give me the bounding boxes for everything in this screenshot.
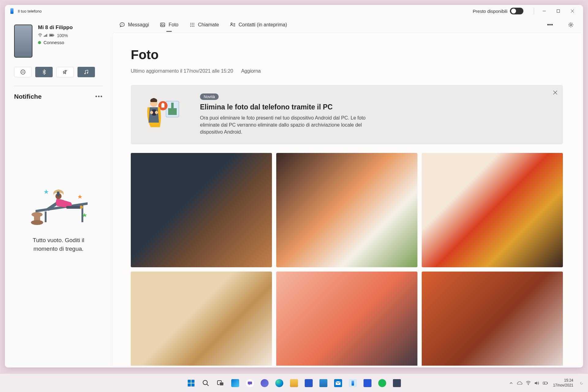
tray-focus-icon[interactable] [579,380,584,386]
contacts-icon [230,22,236,28]
svg-point-45 [193,26,194,27]
svg-point-40 [190,25,191,25]
music-button[interactable] [77,67,95,77]
photo-thumbnail[interactable] [422,272,563,366]
info-card-text: Ora puoi eliminare le foto presenti nel … [200,114,371,136]
svg-line-68 [207,384,209,386]
app-icon [10,8,13,14]
svg-point-37 [190,23,191,24]
close-button[interactable] [565,6,579,16]
tab-calls[interactable]: Chiamate [188,20,220,30]
svg-rect-6 [45,35,45,37]
svg-point-41 [192,25,193,25]
taskbar-app-spotify[interactable] [376,377,389,390]
svg-rect-66 [191,383,194,386]
tray-wifi-icon[interactable] [526,380,531,386]
svg-rect-7 [46,35,46,37]
taskbar-app-edge[interactable] [273,377,286,390]
photo-thumbnail[interactable] [276,153,417,268]
tray-onedrive-icon[interactable] [517,380,522,386]
widgets-button[interactable] [229,377,242,390]
battery-percent: 100% [57,33,68,38]
photo-thumbnail[interactable] [131,272,272,366]
tab-photos[interactable]: Foto [159,20,179,30]
divider [534,8,534,14]
svg-point-38 [192,23,193,24]
svg-point-44 [192,26,193,27]
notifications-heading: Notifiche [14,93,42,100]
svg-point-39 [193,23,194,24]
maximize-button[interactable] [551,6,565,16]
tab-calls-label: Chiamate [198,22,219,28]
taskbar-clock[interactable]: 15:24 17/nov/2021 [553,378,573,388]
taskbar: 15:24 17/nov/2021 [0,374,588,392]
svg-rect-8 [47,34,47,37]
tab-messages-label: Messaggi [128,22,149,28]
svg-point-72 [528,384,529,385]
connection-status: Connesso [38,40,103,45]
svg-rect-11 [54,35,54,36]
signal-icon [43,33,48,38]
svg-rect-27 [57,192,59,196]
tab-messages[interactable]: Messaggi [118,20,150,30]
settings-button[interactable] [565,19,577,31]
info-card: Novità Elimina le foto dal telefono tram… [131,85,563,144]
device-thumbnail[interactable] [14,25,32,58]
svg-point-4 [40,36,40,37]
svg-rect-74 [547,382,548,384]
device-section: Mi 8 di Filippo 100% Connesso [14,25,103,58]
battery-icon [49,33,55,38]
svg-marker-29 [78,195,82,199]
refresh-button[interactable]: Aggiorna [241,68,261,74]
clock-date: 17/nov/2021 [553,383,573,388]
photo-icon [160,22,165,28]
more-button[interactable]: ••• [544,19,556,31]
empty-text-line1: Tutto vuoto. Goditi il [33,237,84,243]
tray-volume-icon[interactable] [534,380,540,386]
svg-point-50 [570,24,572,26]
notifications-more-button[interactable]: ••• [95,93,103,100]
svg-rect-55 [161,104,164,108]
svg-point-32 [121,24,122,25]
chat-button[interactable] [243,377,256,390]
preview-toggle-label: Presto disponibili [473,9,507,14]
svg-point-36 [162,24,163,25]
tray-battery-icon[interactable] [543,380,548,386]
search-button[interactable] [199,377,212,390]
svg-point-46 [231,23,232,25]
photo-thumbnail[interactable] [131,153,272,268]
taskbar-app-explorer[interactable] [288,377,300,390]
start-button[interactable] [185,377,198,390]
notifications-empty-state: Tutto vuoto. Goditi il momento di tregua… [14,100,103,367]
photo-thumbnail[interactable] [422,153,563,268]
tray-chevron-icon[interactable] [508,380,514,386]
taskbar-app-asus[interactable] [361,377,374,390]
preview-toggle[interactable] [510,8,523,14]
chat-icon [119,22,125,28]
last-updated: Ultimo aggiornamento il 17/nov/2021 alle… [131,68,233,74]
minimize-button[interactable] [537,6,551,16]
status-dot-icon [38,41,41,44]
system-tray: 15:24 17/nov/2021 [508,378,588,388]
taskbar-app-yourphone[interactable] [346,377,359,390]
svg-point-59 [150,111,153,114]
taskbar-app-word[interactable] [302,377,315,390]
svg-point-42 [193,25,194,25]
connection-label: Connesso [43,40,64,45]
mute-button[interactable] [56,67,74,77]
info-card-close-button[interactable] [553,90,557,96]
bluetooth-button[interactable] [35,67,53,77]
taskbar-app-store[interactable] [317,377,330,390]
taskbar-app-pandora[interactable] [390,377,403,390]
taskbar-app-mail[interactable] [332,377,345,390]
taskbar-app-teams[interactable] [258,377,271,390]
photo-thumbnail[interactable] [276,272,417,366]
task-view-button[interactable] [214,377,227,390]
content-panel: Foto Ultimo aggiornamento il 17/nov/2021… [112,32,581,366]
svg-rect-25 [66,206,81,209]
svg-rect-35 [160,23,165,27]
wifi-icon [38,33,42,38]
tab-contacts[interactable]: Contatti (in anteprima) [229,20,288,30]
dnd-button[interactable] [14,67,32,77]
svg-point-26 [80,206,83,209]
